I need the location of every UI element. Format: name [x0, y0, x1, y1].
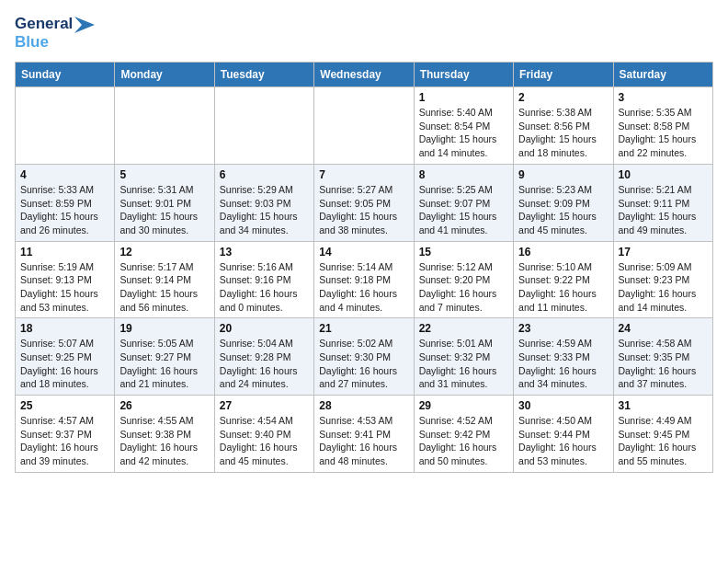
calendar-cell: 26Sunrise: 4:55 AM Sunset: 9:38 PM Dayli… [115, 396, 214, 473]
logo-line1: General [15, 15, 95, 33]
calendar-cell: 28Sunrise: 4:53 AM Sunset: 9:41 PM Dayli… [314, 396, 414, 473]
weekday-header: Wednesday [314, 63, 414, 87]
day-number: 16 [518, 246, 608, 259]
calendar-cell: 31Sunrise: 4:49 AM Sunset: 9:45 PM Dayli… [613, 396, 712, 473]
day-number: 30 [518, 399, 608, 412]
day-number: 12 [119, 246, 209, 259]
calendar-week-row: 25Sunrise: 4:57 AM Sunset: 9:37 PM Dayli… [16, 396, 713, 473]
day-number: 1 [419, 91, 508, 104]
calendar-cell: 30Sunrise: 4:50 AM Sunset: 9:44 PM Dayli… [514, 396, 613, 473]
day-number: 7 [319, 168, 408, 181]
day-info: Sunrise: 5:23 AM Sunset: 9:09 PM Dayligh… [518, 183, 608, 237]
calendar-cell: 15Sunrise: 5:12 AM Sunset: 9:20 PM Dayli… [414, 241, 513, 318]
calendar-cell: 18Sunrise: 5:07 AM Sunset: 9:25 PM Dayli… [16, 318, 115, 396]
day-number: 29 [419, 399, 508, 412]
day-number: 17 [619, 246, 708, 259]
day-number: 11 [20, 246, 109, 259]
day-info: Sunrise: 4:57 AM Sunset: 9:37 PM Dayligh… [20, 414, 109, 468]
day-info: Sunrise: 5:17 AM Sunset: 9:14 PM Dayligh… [119, 260, 209, 315]
day-info: Sunrise: 5:14 AM Sunset: 9:18 PM Dayligh… [319, 260, 408, 315]
page-header: General Blue [15, 15, 713, 54]
day-info: Sunrise: 5:07 AM Sunset: 9:25 PM Dayligh… [20, 337, 109, 391]
calendar-cell: 4Sunrise: 5:33 AM Sunset: 8:59 PM Daylig… [16, 164, 115, 241]
calendar-cell: 8Sunrise: 5:25 AM Sunset: 9:07 PM Daylig… [414, 164, 513, 241]
day-info: Sunrise: 4:59 AM Sunset: 9:33 PM Dayligh… [518, 337, 608, 391]
day-number: 14 [319, 246, 408, 259]
day-number: 10 [619, 168, 708, 181]
day-number: 6 [220, 168, 309, 181]
calendar-cell: 9Sunrise: 5:23 AM Sunset: 9:09 PM Daylig… [514, 164, 613, 241]
calendar-cell: 10Sunrise: 5:21 AM Sunset: 9:11 PM Dayli… [613, 164, 712, 241]
calendar-cell [16, 87, 115, 165]
calendar-table: SundayMondayTuesdayWednesdayThursdayFrid… [15, 62, 713, 473]
day-info: Sunrise: 4:54 AM Sunset: 9:40 PM Dayligh… [220, 414, 309, 468]
day-number: 24 [619, 322, 708, 335]
day-info: Sunrise: 5:12 AM Sunset: 9:20 PM Dayligh… [419, 260, 508, 315]
day-info: Sunrise: 5:10 AM Sunset: 9:22 PM Dayligh… [518, 260, 608, 315]
calendar-cell: 29Sunrise: 4:52 AM Sunset: 9:42 PM Dayli… [414, 396, 513, 473]
weekday-header: Monday [115, 63, 214, 87]
day-number: 13 [220, 246, 309, 259]
calendar-week-row: 1Sunrise: 5:40 AM Sunset: 8:54 PM Daylig… [16, 87, 713, 165]
calendar-week-row: 11Sunrise: 5:19 AM Sunset: 9:13 PM Dayli… [16, 241, 713, 318]
day-info: Sunrise: 4:58 AM Sunset: 9:35 PM Dayligh… [619, 337, 708, 391]
calendar-cell: 13Sunrise: 5:16 AM Sunset: 9:16 PM Dayli… [214, 241, 313, 318]
calendar-cell: 20Sunrise: 5:04 AM Sunset: 9:28 PM Dayli… [214, 318, 313, 396]
svg-marker-0 [74, 17, 95, 33]
day-number: 28 [319, 399, 408, 412]
day-number: 15 [419, 246, 508, 259]
weekday-header: Tuesday [214, 63, 313, 87]
day-info: Sunrise: 4:52 AM Sunset: 9:42 PM Dayligh… [419, 414, 508, 468]
day-number: 2 [518, 91, 608, 104]
day-info: Sunrise: 4:49 AM Sunset: 9:45 PM Dayligh… [619, 414, 708, 468]
day-info: Sunrise: 5:16 AM Sunset: 9:16 PM Dayligh… [220, 260, 309, 315]
calendar-cell: 25Sunrise: 4:57 AM Sunset: 9:37 PM Dayli… [16, 396, 115, 473]
day-info: Sunrise: 4:53 AM Sunset: 9:41 PM Dayligh… [319, 414, 408, 468]
day-info: Sunrise: 5:04 AM Sunset: 9:28 PM Dayligh… [220, 337, 309, 391]
calendar-cell: 27Sunrise: 4:54 AM Sunset: 9:40 PM Dayli… [214, 396, 313, 473]
calendar-cell: 17Sunrise: 5:09 AM Sunset: 9:23 PM Dayli… [613, 241, 712, 318]
day-number: 19 [119, 322, 209, 335]
calendar-week-row: 18Sunrise: 5:07 AM Sunset: 9:25 PM Dayli… [16, 318, 713, 396]
day-info: Sunrise: 5:27 AM Sunset: 9:05 PM Dayligh… [319, 183, 408, 237]
day-info: Sunrise: 5:35 AM Sunset: 8:58 PM Dayligh… [619, 106, 708, 160]
calendar-cell: 5Sunrise: 5:31 AM Sunset: 9:01 PM Daylig… [115, 164, 214, 241]
logo-line2: Blue [15, 33, 95, 52]
day-number: 23 [518, 322, 608, 335]
day-info: Sunrise: 4:50 AM Sunset: 9:44 PM Dayligh… [518, 414, 608, 468]
day-number: 27 [220, 399, 309, 412]
weekday-header: Sunday [16, 63, 115, 87]
calendar-cell: 16Sunrise: 5:10 AM Sunset: 9:22 PM Dayli… [514, 241, 613, 318]
calendar-cell: 2Sunrise: 5:38 AM Sunset: 8:56 PM Daylig… [514, 87, 613, 165]
calendar-cell [115, 87, 214, 165]
day-number: 3 [619, 91, 708, 104]
day-info: Sunrise: 5:01 AM Sunset: 9:32 PM Dayligh… [419, 337, 508, 391]
day-info: Sunrise: 4:55 AM Sunset: 9:38 PM Dayligh… [119, 414, 209, 468]
day-info: Sunrise: 5:25 AM Sunset: 9:07 PM Dayligh… [419, 183, 508, 237]
day-info: Sunrise: 5:02 AM Sunset: 9:30 PM Dayligh… [319, 337, 408, 391]
day-info: Sunrise: 5:33 AM Sunset: 8:59 PM Dayligh… [20, 183, 109, 237]
day-number: 8 [419, 168, 508, 181]
calendar-cell: 23Sunrise: 4:59 AM Sunset: 9:33 PM Dayli… [514, 318, 613, 396]
day-number: 9 [518, 168, 608, 181]
day-info: Sunrise: 5:29 AM Sunset: 9:03 PM Dayligh… [220, 183, 309, 237]
calendar-cell [314, 87, 414, 165]
day-number: 21 [319, 322, 408, 335]
calendar-cell: 21Sunrise: 5:02 AM Sunset: 9:30 PM Dayli… [314, 318, 414, 396]
logo: General Blue [15, 15, 95, 51]
day-info: Sunrise: 5:09 AM Sunset: 9:23 PM Dayligh… [619, 260, 708, 315]
logo-arrow-icon [74, 17, 95, 33]
calendar-cell: 22Sunrise: 5:01 AM Sunset: 9:32 PM Dayli… [414, 318, 513, 396]
calendar-cell: 3Sunrise: 5:35 AM Sunset: 8:58 PM Daylig… [613, 87, 712, 165]
day-number: 18 [20, 322, 109, 335]
calendar-cell: 14Sunrise: 5:14 AM Sunset: 9:18 PM Dayli… [314, 241, 414, 318]
calendar-cell: 7Sunrise: 5:27 AM Sunset: 9:05 PM Daylig… [314, 164, 414, 241]
calendar-cell: 6Sunrise: 5:29 AM Sunset: 9:03 PM Daylig… [214, 164, 313, 241]
calendar-cell: 12Sunrise: 5:17 AM Sunset: 9:14 PM Dayli… [115, 241, 214, 318]
day-number: 26 [119, 399, 209, 412]
day-info: Sunrise: 5:21 AM Sunset: 9:11 PM Dayligh… [619, 183, 708, 237]
weekday-header: Thursday [414, 63, 513, 87]
day-info: Sunrise: 5:40 AM Sunset: 8:54 PM Dayligh… [419, 106, 508, 160]
day-number: 4 [20, 168, 109, 181]
weekday-header: Friday [514, 63, 613, 87]
